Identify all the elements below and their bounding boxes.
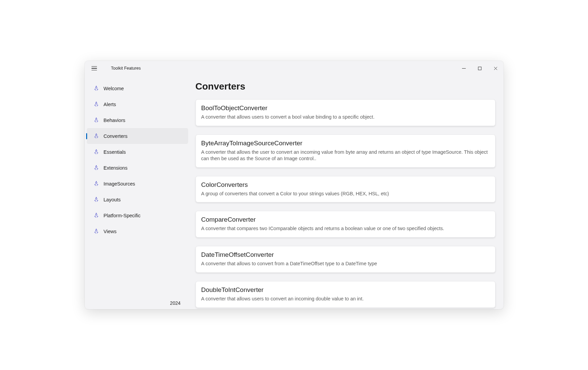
sidebar-item-label: Welcome (104, 86, 124, 91)
sidebar-item-label: Converters (104, 133, 128, 139)
svg-point-15 (96, 133, 96, 134)
main-content[interactable]: Converters BoolToObjectConverterA conver… (190, 76, 504, 309)
sidebar-item-converters[interactable]: Converters (87, 128, 188, 144)
svg-point-21 (96, 165, 96, 166)
sidebar-item-label: Alerts (104, 102, 116, 107)
card-description: A converter that compares two IComparabl… (201, 225, 490, 232)
converter-card[interactable]: CompareConverterA converter that compare… (196, 211, 495, 238)
svg-point-25 (95, 198, 97, 199)
svg-point-9 (96, 102, 96, 102)
card-title: ByteArrayToImageSourceConverter (201, 140, 490, 147)
sidebar-item-label: Views (104, 229, 117, 234)
hamburger-icon[interactable] (92, 65, 98, 72)
minimize-icon (462, 67, 466, 70)
robot-icon (94, 149, 99, 155)
card-description: A converter that allows the user to conv… (201, 149, 490, 162)
window-controls (456, 61, 504, 76)
card-description: A group of converters that convert a Col… (201, 191, 490, 197)
sidebar-item-label: Extensions (104, 165, 128, 171)
converter-card[interactable]: ColorConvertersA group of converters tha… (196, 176, 495, 203)
robot-icon (94, 118, 99, 123)
sidebar-item-label: ImageSources (104, 181, 135, 187)
robot-icon (94, 181, 99, 187)
svg-point-4 (95, 87, 97, 88)
app-window: Toolkit Features WelcomeAlertsBehaviorsC… (85, 61, 504, 309)
close-icon (494, 67, 497, 70)
sidebar-item-welcome[interactable]: Welcome (87, 80, 188, 96)
svg-point-22 (95, 182, 97, 183)
card-title: DateTimeOffsetConverter (201, 251, 490, 258)
svg-point-10 (95, 118, 97, 120)
sidebar-item-behaviors[interactable]: Behaviors (87, 112, 188, 128)
sidebar-item-platform-specific[interactable]: Platform-Specific (87, 207, 188, 223)
svg-point-13 (95, 134, 97, 135)
sidebar-item-label: Essentials (104, 149, 126, 155)
sidebar-item-essentials[interactable]: Essentials (87, 144, 188, 160)
card-title: ColorConverters (201, 181, 490, 189)
svg-point-27 (96, 197, 96, 197)
converter-card[interactable]: ByteArrayToImageSourceConverterA convert… (196, 134, 495, 168)
svg-point-18 (96, 149, 96, 150)
card-description: A converter that allows to convert from … (201, 261, 490, 267)
svg-point-19 (95, 166, 97, 167)
card-title: DoubleToIntConverter (201, 286, 490, 294)
card-title: BoolToObjectConverter (201, 104, 490, 112)
close-button[interactable] (488, 61, 504, 76)
sidebar-item-label: Platform-Specific (104, 213, 141, 218)
card-title: CompareConverter (201, 216, 490, 223)
svg-point-24 (96, 181, 96, 181)
sidebar-item-layouts[interactable]: Layouts (87, 192, 188, 207)
sidebar-item-label: Layouts (104, 197, 121, 202)
svg-point-33 (96, 229, 96, 229)
svg-point-16 (95, 150, 97, 151)
robot-icon (94, 229, 99, 234)
maximize-button[interactable] (472, 61, 488, 76)
card-description: A converter that allows users to convert… (201, 296, 490, 302)
sidebar-item-alerts[interactable]: Alerts (87, 96, 188, 112)
svg-point-31 (95, 229, 97, 231)
sidebar-item-extensions[interactable]: Extensions (87, 160, 188, 176)
robot-icon (94, 133, 99, 139)
svg-point-30 (96, 213, 96, 213)
svg-point-28 (95, 214, 97, 215)
robot-icon (94, 102, 99, 107)
minimize-button[interactable] (456, 61, 472, 76)
card-list: BoolToObjectConverterA converter that al… (196, 99, 495, 308)
maximize-icon (478, 67, 482, 70)
robot-icon (94, 165, 99, 171)
robot-icon (94, 213, 99, 218)
svg-point-12 (96, 118, 96, 118)
nav-list: WelcomeAlertsBehaviorsConvertersEssentia… (85, 80, 190, 300)
sidebar-item-label: Behaviors (104, 118, 125, 123)
robot-icon (94, 197, 99, 202)
converter-card[interactable]: BoolToObjectConverterA converter that al… (196, 99, 495, 126)
svg-rect-1 (478, 67, 481, 70)
svg-point-7 (95, 102, 97, 104)
sidebar-footer: 2024 (85, 300, 190, 309)
card-description: A converter that allows users to convert… (201, 114, 490, 120)
window-title: Toolkit Features (111, 66, 141, 71)
robot-icon (94, 86, 99, 91)
converter-card[interactable]: DateTimeOffsetConverterA converter that … (196, 246, 495, 273)
page-title: Converters (196, 81, 495, 92)
sidebar-item-imagesources[interactable]: ImageSources (87, 176, 188, 192)
converter-card[interactable]: DoubleToIntConverterA converter that all… (196, 281, 495, 308)
titlebar: Toolkit Features (85, 61, 504, 76)
content-area: WelcomeAlertsBehaviorsConvertersEssentia… (85, 76, 504, 309)
svg-point-6 (96, 86, 96, 86)
sidebar: WelcomeAlertsBehaviorsConvertersEssentia… (85, 76, 190, 309)
sidebar-item-views[interactable]: Views (87, 223, 188, 239)
